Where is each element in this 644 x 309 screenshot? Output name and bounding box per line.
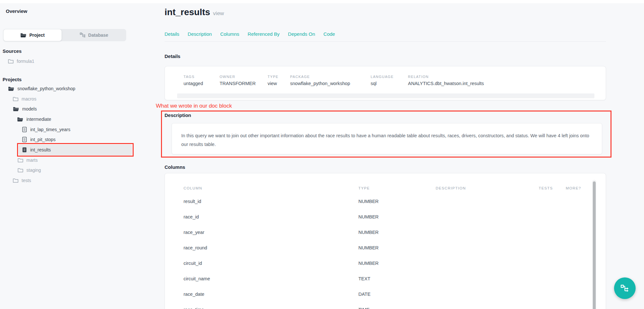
document-icon xyxy=(22,137,27,142)
annotation-box-sidebar xyxy=(17,143,134,157)
detail-value: TRANSFORMER xyxy=(220,81,256,86)
detail-field-package: PACKAGE snowflake_python_workshop xyxy=(290,75,350,86)
project-toggle-button[interactable]: Project xyxy=(3,29,62,41)
column-name: race_round xyxy=(184,245,207,250)
tree-item-label: tests xyxy=(22,178,31,183)
database-toggle-button[interactable]: Database xyxy=(62,29,126,41)
annotation-text: What we wrote in our doc block xyxy=(156,103,232,109)
tab-description[interactable]: Description xyxy=(188,31,212,37)
details-heading: Details xyxy=(165,53,180,59)
column-name: race_date xyxy=(184,292,204,297)
page-title: int_resultsview xyxy=(165,7,224,17)
columns-card: COLUMN TYPE DESCRIPTION TESTS MORE? resu… xyxy=(165,173,606,309)
project-toggle-label: Project xyxy=(29,33,44,38)
column-header-type: TYPE xyxy=(358,186,370,190)
description-card: In this query we want to join out other … xyxy=(172,123,602,154)
table-scrollbar-thumb[interactable] xyxy=(593,181,596,309)
description-heading: Description xyxy=(165,112,191,118)
column-name: circuit_name xyxy=(184,276,210,281)
details-collapsed-bar[interactable] xyxy=(177,93,594,98)
tree-item-int-lap-times-years[interactable]: int_lap_times_years xyxy=(22,126,71,133)
lineage-graph-button[interactable] xyxy=(614,277,636,299)
tree-item-intermediate[interactable]: intermediate xyxy=(17,116,51,122)
tree-item-label: snowflake_python_workshop xyxy=(17,86,75,91)
detail-field-type: TYPE view xyxy=(268,75,279,86)
tab-bar: Details Description Columns Referenced B… xyxy=(165,31,335,37)
tree-item-label: staging xyxy=(26,168,41,173)
column-name: race_year xyxy=(184,230,204,235)
detail-label: PACKAGE xyxy=(290,75,350,79)
tree-item-label: int_pit_stops xyxy=(30,137,56,142)
tree-item-int-pit-stops[interactable]: int_pit_stops xyxy=(22,136,56,143)
document-icon xyxy=(22,127,27,132)
columns-heading: Columns xyxy=(165,164,185,170)
tree-item-label: models xyxy=(22,106,37,111)
folder-closed-icon xyxy=(13,178,18,183)
tree-item-macros[interactable]: macros xyxy=(13,96,36,102)
detail-value: view xyxy=(268,81,279,86)
detail-field-relation: RELATION ANALYTICS.dbt_hwatson.int_resul… xyxy=(408,75,484,86)
column-type: NUMBER xyxy=(358,261,379,266)
folder-open-icon xyxy=(8,86,14,91)
model-type-subtitle: view xyxy=(213,10,224,16)
folder-closed-icon xyxy=(8,59,14,63)
column-type: DATE xyxy=(358,292,371,297)
tab-depends-on[interactable]: Depends On xyxy=(288,31,315,37)
detail-value: sql xyxy=(371,81,394,86)
detail-label: LANGUAGE xyxy=(371,75,394,79)
column-name: result_id xyxy=(184,199,201,204)
folder-open-icon xyxy=(13,107,19,111)
folder-closed-icon xyxy=(13,97,18,101)
top-strip xyxy=(0,0,644,3)
details-card: TAGS untagged OWNER TRANSFORMER TYPE vie… xyxy=(165,66,606,100)
detail-field-owner: OWNER TRANSFORMER xyxy=(220,75,256,86)
detail-field-language: LANGUAGE sql xyxy=(371,75,394,86)
detail-value: snowflake_python_workshop xyxy=(290,81,350,86)
column-type: TIME xyxy=(358,307,370,309)
sources-heading: Sources xyxy=(3,48,22,54)
tab-code[interactable]: Code xyxy=(324,31,335,37)
source-item-label: formula1 xyxy=(17,59,34,64)
source-item-formula1[interactable]: formula1 xyxy=(8,58,34,64)
column-name: race_time xyxy=(184,307,204,309)
column-type: NUMBER xyxy=(358,245,379,250)
folder-open-icon xyxy=(20,33,26,38)
detail-label: OWNER xyxy=(220,75,256,79)
detail-value: untagged xyxy=(184,81,203,86)
header-divider xyxy=(165,41,606,42)
projects-heading: Projects xyxy=(3,77,22,82)
column-type: NUMBER xyxy=(358,214,379,219)
tree-item-staging[interactable]: staging xyxy=(18,167,41,173)
database-tree-icon xyxy=(80,33,85,38)
column-header-column: COLUMN xyxy=(184,186,202,190)
folder-closed-icon xyxy=(18,158,23,162)
tab-columns[interactable]: Columns xyxy=(220,31,239,37)
column-header-description: DESCRIPTION xyxy=(436,186,466,190)
column-name: race_id xyxy=(184,214,199,219)
tree-item-label: marts xyxy=(26,158,38,163)
detail-label: TAGS xyxy=(184,75,203,79)
description-body: In this query we want to join out other … xyxy=(172,123,602,149)
detail-field-tags: TAGS untagged xyxy=(184,75,203,86)
sidebar: Overview Project Database Sources formul… xyxy=(0,3,148,309)
model-name: int_results xyxy=(165,7,210,17)
tree-item-label: macros xyxy=(22,96,36,101)
tree-item-models[interactable]: models xyxy=(13,106,37,112)
table-scrollbar-track[interactable] xyxy=(592,180,596,309)
view-toggle: Project Database xyxy=(3,29,126,41)
detail-label: TYPE xyxy=(268,75,279,79)
detail-value: ANALYTICS.dbt_hwatson.int_results xyxy=(408,81,484,86)
folder-closed-icon xyxy=(18,168,23,172)
tree-item-tests[interactable]: tests xyxy=(13,177,31,184)
tab-referenced-by[interactable]: Referenced By xyxy=(248,31,279,37)
tree-item-label: int_lap_times_years xyxy=(30,127,71,132)
folder-open-icon xyxy=(17,117,23,122)
overview-heading: Overview xyxy=(6,8,27,14)
tree-item-marts[interactable]: marts xyxy=(18,157,38,163)
tree-item-label: intermediate xyxy=(26,117,51,122)
column-type: NUMBER xyxy=(358,230,379,235)
tree-item-snowflake-python-workshop[interactable]: snowflake_python_workshop xyxy=(8,85,75,92)
column-header-more: MORE? xyxy=(566,186,581,190)
tab-details[interactable]: Details xyxy=(165,31,179,37)
column-type: TEXT xyxy=(358,276,370,281)
